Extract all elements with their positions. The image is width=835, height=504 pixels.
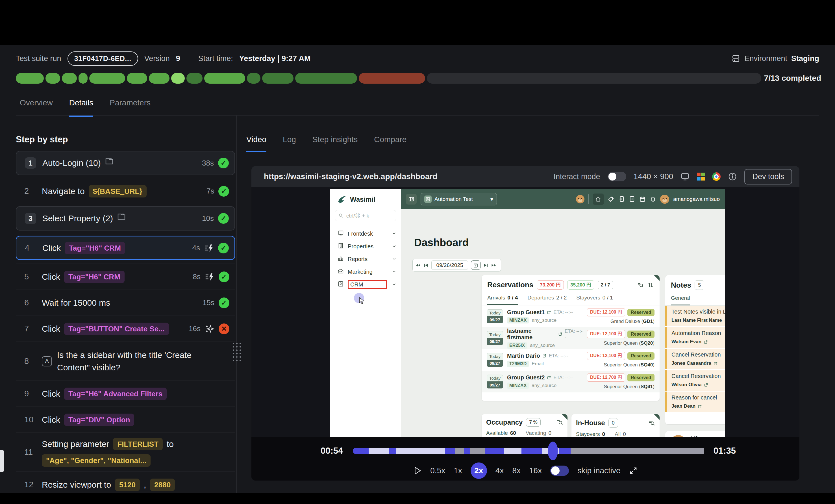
environment-value: Staging xyxy=(791,54,819,63)
note-item[interactable]: Cancel ReservationWilson Olivia xyxy=(665,370,725,391)
step-row[interactable]: 10ClickTag="DIV" Option xyxy=(16,406,235,432)
collapse-sidebar-button[interactable] xyxy=(406,194,416,204)
note-item[interactable]: Cancel ReservationJones Cassandra xyxy=(665,349,725,369)
step-row[interactable]: 7ClickTag="BUTTON" Create Se...16s✕ xyxy=(16,316,235,342)
panel-drag-handle[interactable] xyxy=(233,343,240,361)
filter-search-icon[interactable] xyxy=(637,282,644,288)
inhouse-tab-stayovers[interactable]: Stayovers0 xyxy=(576,431,605,437)
external-link-icon[interactable] xyxy=(704,340,708,344)
occupancy-tab-available[interactable]: Available60 xyxy=(486,430,516,437)
tab-log[interactable]: Log xyxy=(283,135,296,152)
step-row[interactable]: 5ClickTag="H6" CRM8s✓ xyxy=(16,264,235,289)
windows-icon[interactable] xyxy=(697,173,705,181)
fast-forward-icon[interactable] xyxy=(491,263,496,268)
external-link-icon[interactable] xyxy=(558,332,563,336)
external-link-icon[interactable] xyxy=(698,404,702,408)
reservation-row[interactable]: Today09/27Group Guest1ETA: --:--MINZAXan… xyxy=(482,305,659,327)
page-url[interactable]: https://wasimil-staging-v2.web.app/dashb… xyxy=(264,172,546,181)
monitor-icon[interactable] xyxy=(680,172,690,181)
sidebar-item-reports[interactable]: Reports xyxy=(330,253,401,266)
file-plus-icon[interactable] xyxy=(629,196,635,202)
resolution-value[interactable]: 1440 × 900 xyxy=(634,172,673,181)
user-avatar[interactable] xyxy=(660,195,669,204)
app-search-input[interactable]: ctrl/⌘ + k xyxy=(335,210,396,221)
workspace-dropdown[interactable]: Automation Test ▾ xyxy=(421,193,497,205)
sidebar-item-crm[interactable]: CRM xyxy=(330,278,401,291)
rewind-icon[interactable] xyxy=(415,263,421,268)
tab-compare[interactable]: Compare xyxy=(374,135,406,152)
step-row[interactable]: 1Auto-Login (10)38s✓ xyxy=(16,151,235,175)
tab-video[interactable]: Video xyxy=(246,135,266,152)
chrome-icon[interactable] xyxy=(712,172,720,181)
play-icon[interactable] xyxy=(413,466,422,475)
notes-tab-general[interactable]: General xyxy=(671,295,690,305)
step-duration: 16s xyxy=(189,324,201,333)
step-row[interactable]: 12Resize viewport to5120,2880 xyxy=(16,471,235,493)
inhouse-search-icon[interactable] xyxy=(648,420,655,426)
reservation-row[interactable]: Today09/27Martin DarioETA: --:--T29M3DEm… xyxy=(482,349,659,371)
bell-icon[interactable] xyxy=(650,196,656,202)
progress-segment xyxy=(262,73,293,84)
external-link-icon[interactable] xyxy=(542,354,547,358)
step-row[interactable]: 2Navigate to${BASE_URL}7s✓ xyxy=(16,183,235,199)
next-day-icon[interactable] xyxy=(483,263,488,268)
external-link-icon[interactable] xyxy=(547,310,551,315)
note-item[interactable]: Test Notes visible in DashboardLast Name… xyxy=(665,306,725,326)
step-row[interactable]: 9ClickTag="H6" Advanced Filters xyxy=(16,381,235,406)
tab-step-insights[interactable]: Step insights xyxy=(312,135,358,152)
playhead[interactable] xyxy=(548,442,558,460)
inhouse-tab-all[interactable]: All0 xyxy=(615,431,626,437)
date-input[interactable]: 09/26/2025 xyxy=(431,261,468,270)
external-link-icon[interactable] xyxy=(547,376,551,380)
step-row[interactable]: 4ClickTag="H6" CRM4s✓ xyxy=(16,236,235,260)
timeline-track[interactable] xyxy=(353,448,704,454)
calendar-icon[interactable] xyxy=(639,196,646,202)
tab-overview[interactable]: Overview xyxy=(20,98,53,117)
video-stage[interactable]: Wasimil ctrl/⌘ + k FrontdeskPropertiesRe… xyxy=(251,187,799,437)
reservations-tab-arrivals[interactable]: Arrivals0 / 4 xyxy=(487,295,518,305)
speed-8x-button[interactable]: 8x xyxy=(512,466,521,475)
fullscreen-icon[interactable] xyxy=(629,466,637,475)
step-row[interactable]: 11Setting parameterFILTERLISTto"Age", "G… xyxy=(16,432,235,471)
collapsed-panel-handle[interactable] xyxy=(0,450,4,472)
reservation-row[interactable]: Today09/27Group Guest2ETA: --:--MINZAXan… xyxy=(482,371,659,392)
panel-divider[interactable] xyxy=(236,115,237,493)
external-link-icon[interactable] xyxy=(704,383,708,387)
speed-16x-button[interactable]: 16x xyxy=(529,466,542,475)
sidebar-item-frontdesk[interactable]: Frontdesk xyxy=(330,227,401,240)
speed-2x-button[interactable]: 2x xyxy=(471,462,487,479)
note-item[interactable]: Reason for cancelJean Dean xyxy=(665,391,725,412)
tab-parameters[interactable]: Parameters xyxy=(109,98,150,117)
occupancy-tabs: Available60Vacating0 xyxy=(482,427,568,437)
occupancy-tab-vacating[interactable]: Vacating0 xyxy=(526,430,551,437)
step-row[interactable]: 8AIs the a sidebar with the title 'Creat… xyxy=(16,342,235,381)
home-nav-button[interactable] xyxy=(593,194,604,205)
speed-1x-button[interactable]: 1x xyxy=(454,466,462,475)
housekeeping-icon[interactable] xyxy=(608,196,614,202)
reservations-tab-stayovers[interactable]: Stayovers0 / 1 xyxy=(576,295,613,305)
step-number: 1 xyxy=(25,157,36,169)
external-link-icon[interactable] xyxy=(714,361,718,366)
step-row[interactable]: 3Select Property (2)10s✓ xyxy=(16,206,235,230)
tab-details[interactable]: Details xyxy=(69,98,94,117)
external-link-icon[interactable] xyxy=(724,318,725,323)
checkin-door-icon[interactable] xyxy=(618,196,625,202)
info-icon[interactable] xyxy=(728,172,737,181)
note-item[interactable]: Automation ReasonWatson Evan xyxy=(665,327,725,348)
run-id-pill[interactable]: 31F0417D-6ED... xyxy=(67,52,138,66)
calendar-button[interactable] xyxy=(471,261,481,270)
speed-4x-button[interactable]: 4x xyxy=(495,466,504,475)
interact-mode-toggle[interactable] xyxy=(608,172,626,181)
prev-day-icon[interactable] xyxy=(424,263,429,268)
step-row[interactable]: 6Wait for 15000 ms15s✓ xyxy=(16,289,235,316)
reservations-tab-departures[interactable]: Departures2 / 2 xyxy=(527,295,567,305)
reservation-row[interactable]: Today09/27lastname firstnameETA: --:--ER… xyxy=(482,327,659,349)
avatar[interactable] xyxy=(576,195,585,203)
skip-inactive-toggle[interactable] xyxy=(550,466,569,476)
sidebar-item-properties[interactable]: Properties xyxy=(330,240,401,253)
sort-icon[interactable] xyxy=(647,282,654,288)
sidebar-item-marketing[interactable]: Marketing xyxy=(330,266,401,278)
dev-tools-button[interactable]: Dev tools xyxy=(744,169,792,184)
occupancy-search-icon[interactable] xyxy=(556,419,563,426)
speed-0.5x-button[interactable]: 0.5x xyxy=(430,466,445,475)
